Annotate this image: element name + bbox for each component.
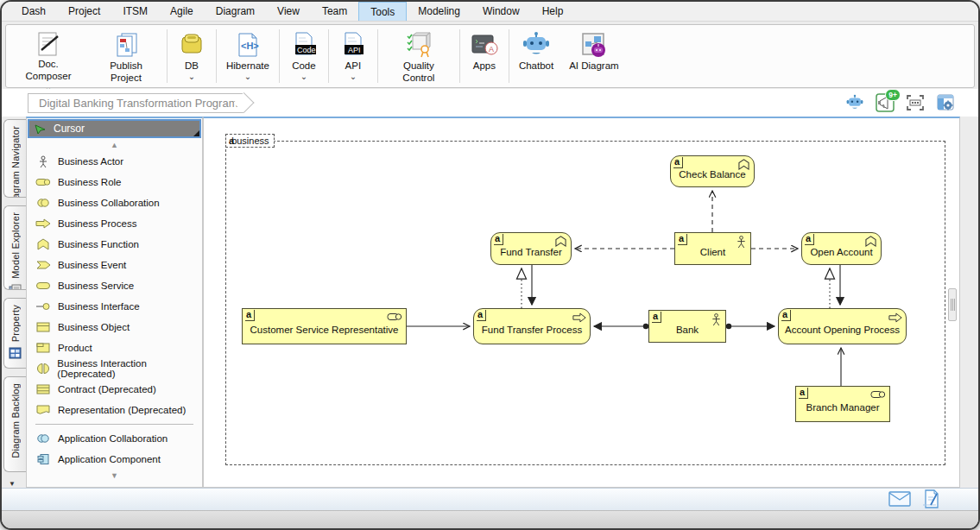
fit-to-window-icon[interactable] [905,93,926,112]
toolbar-separator [328,29,329,83]
db-icon [178,30,205,60]
tabstrip-overflow-icon[interactable]: ▼ [9,480,16,488]
db-button[interactable]: DB ⌄ [169,27,214,85]
tab-diagram-backlog[interactable]: Diagram Backlog [3,376,26,472]
node-open-account[interactable]: a Open Account [801,232,882,265]
palette-item-product[interactable]: Product [32,338,202,358]
model-explorer-icon [9,284,22,291]
toolbar-separator [279,29,280,83]
contract-icon [35,383,51,395]
node-account-opening-process[interactable]: a Account Opening Process [778,308,907,344]
menu-tools[interactable]: Tools [358,2,407,21]
archimate-marker: a [652,312,661,323]
publish-project-button[interactable]: Publish Project [87,27,165,85]
menu-help[interactable]: Help [531,2,575,21]
archimate-marker: a [805,234,814,245]
menu-view[interactable]: View [266,2,311,21]
property-icon [9,347,22,359]
palette-item-business-function[interactable]: Business Function [32,234,202,255]
menu-project[interactable]: Project [57,2,111,21]
archimate-marker: a [799,388,808,399]
svg-text:API: API [348,46,361,54]
chatbot-icon [522,30,551,60]
diagram-canvas[interactable]: a business [203,117,960,488]
svg-text:A: A [489,45,494,54]
palette-item-contract[interactable]: Contract (Deprecated) [32,379,202,400]
palette-item-business-event[interactable]: Business Event [32,255,202,275]
product-icon [35,342,51,354]
node-check-balance[interactable]: a Check Balance [670,155,755,187]
palette-item-business-role[interactable]: Business Role [32,172,202,192]
palette-cursor-tool[interactable]: Cursor [28,119,201,138]
tab-property[interactable]: Property [3,298,26,368]
tab-diagram-navigator[interactable]: Diagram Navigator [3,119,26,198]
business-actor-icon [35,155,51,168]
menu-dash[interactable]: Dash [10,2,57,21]
menu-modeling[interactable]: Modeling [407,2,471,21]
palette-item-representation[interactable]: Representation (Deprecated) [32,400,202,420]
node-bank[interactable]: a Bank [648,310,726,343]
edit-document-icon[interactable] [923,489,940,512]
node-branch-manager[interactable]: a Branch Manager [795,386,890,422]
palette-item-business-service[interactable]: Business Service [32,275,202,296]
node-fund-transfer[interactable]: a Fund Transfer [490,232,572,265]
palette-item-application-collaboration[interactable]: Application Collaboration [32,428,202,449]
menu-agile[interactable]: Agile [159,2,205,21]
quality-control-button[interactable]: Quality Control [380,27,458,85]
toolbar-separator [216,29,217,83]
archimate-marker: a [781,310,791,321]
hibernate-button[interactable]: <H> Hibernate ⌄ [218,27,277,85]
business-grouping-label[interactable]: a business [225,134,275,148]
tab-model-explorer[interactable]: Model Explorer [3,205,26,290]
breadcrumb-title: Digital Banking Transformation Program [39,97,238,110]
palette-item-business-interaction[interactable]: Business Interaction (Deprecated) [32,358,202,379]
code-icon: Code [290,30,318,60]
menu-diagram[interactable]: Diagram [205,2,266,21]
palette-item-business-interface[interactable]: Business Interface [32,296,202,317]
palette-item-business-object[interactable]: Business Object [32,317,202,338]
chatbot-button[interactable]: Chatbot [511,27,561,85]
api-button[interactable]: API API ⌄ [331,27,376,85]
status-bar [2,488,978,513]
sidebar-tab-strip: Diagram Navigator Model Explorer Propert… [2,117,26,488]
business-interaction-icon [35,363,50,375]
palette-scroll-down[interactable]: ▼ [27,470,202,482]
node-customer-service-representative[interactable]: a Customer Service Representative [242,308,407,344]
menu-itsm[interactable]: ITSM [111,2,159,21]
mail-icon[interactable] [888,491,911,510]
business-interface-icon [35,300,51,312]
code-button[interactable]: Code Code ⌄ [281,27,326,85]
chevron-down-icon: ⌄ [300,73,307,81]
palette-item-application-component[interactable]: Application Component [32,449,202,470]
node-fund-transfer-process[interactable]: a Fund Transfer Process [473,308,591,344]
business-actor-icon [711,313,722,328]
palette-separator [35,424,193,425]
chevron-down-icon: ⌄ [188,73,195,81]
node-client[interactable]: a Client [674,232,751,265]
palette-item-business-collaboration[interactable]: Business Collaboration [32,192,202,213]
archimate-marker: a [673,157,683,168]
hibernate-icon: <H> [234,30,262,60]
doc-composer-button[interactable]: Doc. Composer ⌄ [9,27,87,85]
cursor-tool-corner [193,130,199,136]
menu-team[interactable]: Team [311,2,358,21]
chatbot-assistant-icon[interactable] [844,93,865,112]
business-process-icon [572,312,586,325]
business-process-icon [35,218,51,230]
archimate-marker: a [494,234,503,245]
announcements-icon[interactable]: 9+ [875,93,895,112]
apps-button[interactable]: A Apps [462,27,507,85]
header-icons: 9+ [844,93,956,112]
menu-window[interactable]: Window [471,2,531,21]
business-function-icon [737,159,750,172]
main-area: Diagram Navigator Model Explorer Propert… [2,117,978,488]
canvas-vertical-scrollbar[interactable] [948,288,957,321]
panel-settings-icon[interactable] [935,93,956,112]
ai-diagram-button[interactable]: AI Diagram [561,27,627,85]
breadcrumb[interactable]: Digital Banking Transformation Program [28,93,243,113]
palette-item-business-actor[interactable]: Business Actor [32,151,202,172]
palette-item-business-process[interactable]: Business Process [32,213,202,234]
toolbar-separator [377,29,378,83]
palette-scroll-up[interactable]: ▲ [27,139,202,151]
palette-list: Business Actor Business Role Business Co… [27,151,202,470]
